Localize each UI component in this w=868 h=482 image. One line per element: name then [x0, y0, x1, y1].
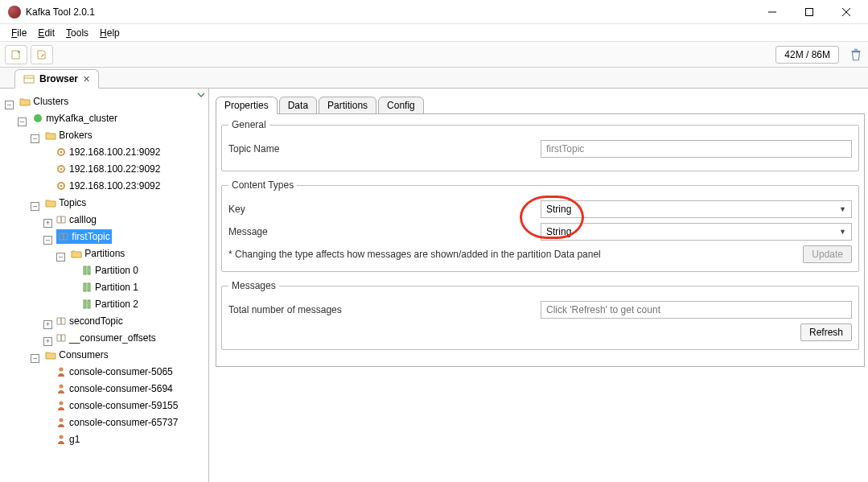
tree-node-broker[interactable]: 192.168.100.21:9092 [54, 145, 162, 159]
close-tab-icon[interactable]: ✕ [83, 74, 90, 84]
tree-toggle[interactable]: – [56, 253, 65, 262]
tab-properties[interactable]: Properties [216, 97, 278, 114]
window-title: Kafka Tool 2.0.1 [26, 6, 95, 18]
group-legend: General [228, 119, 269, 130]
tab-data[interactable]: Data [279, 97, 317, 114]
status-green-icon [32, 113, 43, 124]
key-label: Key [228, 204, 534, 215]
tree-node-broker[interactable]: 192.168.100.23:9092 [54, 179, 162, 193]
chevron-down-icon: ▼ [839, 205, 846, 213]
tree-node-consumer[interactable]: g1 [54, 432, 81, 447]
tree-toggle[interactable]: – [31, 354, 39, 363]
editor-tabs: Browser ✕ [0, 68, 868, 89]
topic-name-input[interactable] [541, 140, 852, 158]
book-icon [56, 214, 67, 225]
gear-icon [56, 146, 67, 158]
svg-rect-17 [88, 283, 90, 291]
tree-node-topic[interactable]: secondTopic [54, 314, 125, 328]
tree-node-partition[interactable]: Partition 0 [80, 263, 140, 278]
person-icon [56, 383, 67, 394]
main-split: – Clusters – myKafka_cluster [0, 89, 868, 482]
tree-toggle[interactable]: – [43, 236, 52, 245]
tree-toggle[interactable]: – [18, 117, 27, 126]
tab-config[interactable]: Config [378, 97, 424, 114]
toolbar: + 42M / 86M [0, 42, 868, 68]
menu-help[interactable]: Help [95, 26, 125, 40]
tree-node-consumer[interactable]: console-consumer-5694 [54, 381, 175, 396]
tree-toggle[interactable]: – [31, 134, 39, 143]
tree-node-partitions[interactable]: Partitions [69, 246, 126, 261]
total-messages-label: Total number of messages [228, 304, 534, 315]
svg-point-13 [60, 185, 63, 187]
cluster-tree[interactable]: – Clusters – myKafka_cluster [0, 91, 208, 449]
tree-toggle[interactable]: – [31, 202, 39, 211]
menubar: File Edit Tools Help [0, 24, 868, 42]
refresh-button[interactable]: Refresh [800, 323, 852, 341]
person-icon [56, 417, 67, 428]
person-icon [56, 400, 67, 411]
tree-toggle[interactable]: – [5, 101, 14, 109]
key-type-select[interactable]: String ▼ [541, 200, 852, 218]
add-cluster-button[interactable]: + [5, 45, 27, 64]
svg-point-20 [60, 368, 64, 372]
svg-rect-14 [84, 266, 86, 274]
tab-body: General Topic Name Content Types Key Str… [216, 113, 865, 367]
tree-node-partition[interactable]: Partition 1 [80, 280, 140, 295]
person-icon [56, 434, 67, 445]
close-button[interactable] [828, 0, 865, 24]
tree-node-broker[interactable]: 192.168.100.22:9092 [54, 162, 162, 176]
tree-node-brokers[interactable]: Brokers [43, 128, 93, 142]
message-type-select[interactable]: String ▼ [541, 223, 852, 241]
svg-point-7 [34, 114, 42, 122]
tree-node-consumers[interactable]: Consumers [43, 348, 109, 362]
tree-node-partition[interactable]: Partition 2 [80, 297, 140, 311]
tree-node-consumer[interactable]: console-consumer-65737 [54, 415, 179, 430]
person-icon [56, 366, 67, 377]
menu-edit[interactable]: Edit [33, 26, 60, 40]
folder-open-icon [71, 248, 82, 259]
group-messages: Messages Total number of messages Refres… [221, 280, 859, 350]
tree-node-topic[interactable]: __consumer_offsets [54, 331, 158, 345]
tree-node-topic[interactable]: calllog [54, 212, 98, 227]
menu-file[interactable]: File [6, 26, 31, 40]
tree-node-topic-selected[interactable]: firstTopic [56, 229, 111, 244]
topic-name-label: Topic Name [228, 143, 534, 154]
tree-node-topics[interactable]: Topics [43, 196, 88, 210]
gc-trash-icon[interactable] [849, 47, 863, 62]
tree-toggle[interactable]: + [43, 219, 52, 228]
tree-node-clusters[interactable]: Clusters [18, 94, 70, 109]
svg-text:+: + [17, 48, 21, 56]
svg-rect-1 [806, 8, 813, 15]
tree-pane: – Clusters – myKafka_cluster [0, 89, 209, 482]
view-menu-dropdown-icon[interactable] [197, 90, 205, 98]
tree-node-consumer[interactable]: console-consumer-59155 [54, 398, 179, 413]
group-legend: Content Types [228, 179, 297, 191]
svg-rect-19 [88, 300, 90, 308]
tree-node-consumer[interactable]: console-consumer-5065 [54, 365, 175, 379]
update-button[interactable]: Update [803, 245, 852, 263]
svg-rect-18 [84, 300, 86, 308]
folder-icon [19, 96, 31, 107]
tab-partitions[interactable]: Partitions [319, 97, 376, 114]
minimize-button[interactable] [754, 0, 791, 24]
partition-icon [81, 282, 93, 293]
group-legend: Messages [228, 280, 279, 291]
tree-toggle[interactable]: + [43, 320, 52, 329]
details-pane: Properties Data Partitions Config Genera… [209, 89, 868, 482]
maximize-button[interactable] [791, 0, 828, 24]
editor-tab-browser[interactable]: Browser ✕ [14, 69, 99, 89]
message-label: Message [228, 226, 534, 237]
browser-tab-icon [23, 73, 35, 84]
titlebar: Kafka Tool 2.0.1 [0, 0, 868, 24]
book-icon [56, 315, 67, 327]
svg-rect-15 [88, 266, 90, 274]
svg-point-24 [60, 435, 64, 439]
total-messages-input[interactable] [541, 301, 852, 319]
edit-cluster-button[interactable] [31, 45, 53, 64]
menu-tools[interactable]: Tools [61, 26, 93, 40]
svg-rect-5 [24, 76, 34, 83]
svg-rect-16 [84, 283, 86, 291]
svg-point-21 [60, 385, 64, 389]
tree-toggle[interactable]: + [43, 337, 52, 346]
tree-node-cluster[interactable]: myKafka_cluster [31, 111, 119, 126]
